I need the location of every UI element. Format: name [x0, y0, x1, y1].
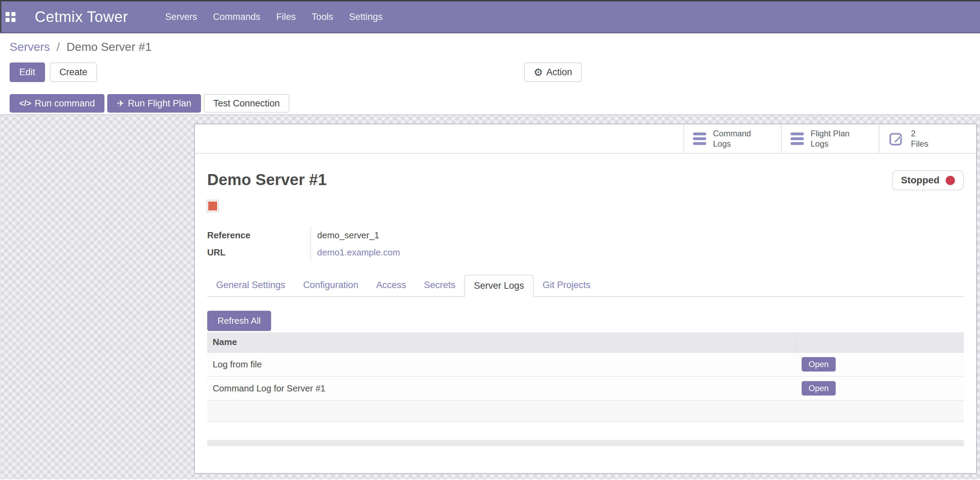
open-log-button[interactable]: Open	[802, 381, 836, 396]
url-value-link[interactable]: demo1.example.com	[310, 244, 400, 261]
column-header-name: Name	[207, 333, 796, 352]
tab-git-projects[interactable]: Git Projects	[534, 275, 600, 296]
list-icon	[693, 133, 706, 145]
url-label: URL	[207, 247, 310, 258]
run-flight-plan-label: Run Flight Plan	[128, 98, 191, 109]
status-label: Stopped	[901, 175, 939, 186]
run-command-button[interactable]: </> Run command	[10, 94, 105, 112]
flight-plan-logs-label: Flight Plan Logs	[811, 128, 850, 149]
plane-icon: ✈	[117, 98, 124, 109]
navbar-menu: Servers Commands Files Tools Settings	[165, 12, 383, 22]
action-button-label: Action	[546, 67, 572, 78]
tab-server-logs[interactable]: Server Logs	[464, 275, 534, 297]
primary-actions-row: Edit Create ⚙ Action	[10, 62, 970, 82]
file-edit-icon	[888, 131, 904, 147]
action-button[interactable]: ⚙ Action	[524, 62, 582, 82]
apps-grid-icon[interactable]	[5, 12, 16, 22]
server-form-sheet: Command Logs Flight Plan Logs	[194, 124, 977, 474]
tab-access[interactable]: Access	[368, 275, 415, 296]
run-command-label: Run command	[35, 98, 95, 109]
control-panel: Servers / Demo Server #1 Edit Create ⚙ A…	[0, 33, 980, 115]
page-title: Demo Server #1	[207, 170, 327, 189]
create-button[interactable]: Create	[50, 62, 97, 82]
gear-icon: ⚙	[534, 67, 543, 78]
code-icon: </>	[19, 98, 31, 108]
nav-item-commands[interactable]: Commands	[213, 12, 261, 22]
nav-item-settings[interactable]: Settings	[349, 12, 383, 22]
reference-value: demo_server_1	[310, 227, 379, 244]
open-log-button[interactable]: Open	[802, 357, 836, 372]
bottom-separator-bar	[207, 440, 964, 446]
command-logs-button[interactable]: Command Logs	[684, 124, 781, 153]
field-row-reference: Reference demo_server_1	[207, 227, 964, 244]
table-row[interactable]: Log from file Open	[207, 352, 964, 376]
server-logs-tab-content: Refresh All Name Log from file Open	[207, 297, 964, 446]
edit-button[interactable]: Edit	[10, 62, 45, 82]
status-badge[interactable]: Stopped	[892, 170, 964, 190]
command-logs-label: Command Logs	[713, 128, 751, 149]
main-navbar: Cetmix Tower Servers Commands Files Tool…	[0, 2, 980, 33]
log-name-cell: Log from file	[207, 352, 796, 376]
stat-button-box: Command Logs Flight Plan Logs	[195, 124, 976, 154]
list-icon	[791, 133, 804, 145]
server-actions-row: </> Run command ✈ Run Flight Plan Test C…	[10, 94, 970, 112]
test-connection-button[interactable]: Test Connection	[204, 94, 290, 112]
run-flight-plan-button[interactable]: ✈ Run Flight Plan	[107, 94, 200, 112]
server-color-swatch[interactable]	[207, 201, 218, 212]
workspace-background: Command Logs Flight Plan Logs	[0, 115, 980, 479]
breadcrumb: Servers / Demo Server #1	[10, 40, 970, 54]
reference-label: Reference	[207, 230, 310, 241]
breadcrumb-separator: /	[57, 40, 60, 53]
tab-secrets[interactable]: Secrets	[415, 275, 465, 296]
breadcrumb-servers-link[interactable]: Servers	[10, 40, 50, 53]
tab-configuration[interactable]: Configuration	[294, 275, 368, 296]
flight-plan-logs-button[interactable]: Flight Plan Logs	[781, 124, 879, 153]
files-label: 2 Files	[911, 128, 929, 149]
breadcrumb-current: Demo Server #1	[67, 40, 152, 53]
notebook-tabs: General Settings Configuration Access Se…	[207, 275, 964, 297]
field-group: Reference demo_server_1 URL demo1.exampl…	[207, 227, 964, 261]
app-brand[interactable]: Cetmix Tower	[35, 8, 128, 25]
nav-item-files[interactable]: Files	[276, 12, 296, 22]
server-logs-table: Name Log from file Open Command Log for …	[207, 333, 964, 422]
log-name-cell: Command Log for Server #1	[207, 376, 796, 400]
field-row-url: URL demo1.example.com	[207, 244, 964, 261]
status-dot-icon	[946, 176, 955, 185]
empty-table-row	[207, 400, 964, 421]
nav-item-tools[interactable]: Tools	[312, 12, 333, 22]
table-row[interactable]: Command Log for Server #1 Open	[207, 376, 964, 400]
column-header-action	[796, 333, 964, 352]
nav-item-servers[interactable]: Servers	[165, 12, 197, 22]
sheet-body: Demo Server #1 Stopped Reference demo_se…	[195, 170, 976, 446]
tab-general-settings[interactable]: General Settings	[207, 275, 294, 296]
refresh-all-button[interactable]: Refresh All	[207, 311, 271, 331]
files-button[interactable]: 2 Files	[879, 124, 976, 153]
